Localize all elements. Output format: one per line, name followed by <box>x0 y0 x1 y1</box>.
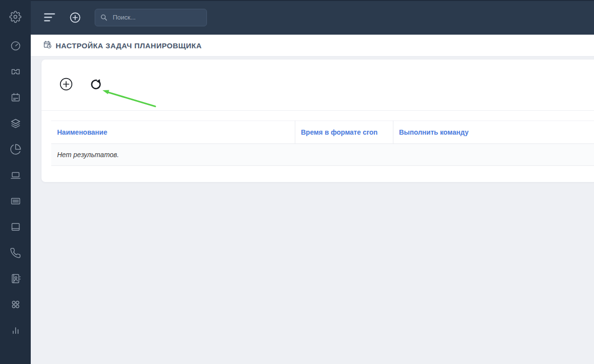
journal-icon <box>10 221 21 235</box>
sidebar-item-layers[interactable] <box>9 118 22 131</box>
card-toolbar <box>41 60 594 111</box>
barcode-icon <box>10 195 21 209</box>
gear-icon <box>9 11 21 25</box>
ticket-icon <box>10 66 21 80</box>
sidebar-item-reports[interactable] <box>9 144 22 157</box>
column-header-name[interactable]: Наименование <box>51 121 295 144</box>
address-book-icon <box>10 273 21 286</box>
sidebar-item-apps[interactable] <box>9 299 22 312</box>
scheduler-card: Наименование Время в формате cron Выполн… <box>41 60 594 182</box>
pie-chart-icon <box>10 143 21 157</box>
add-task-button[interactable] <box>59 78 73 92</box>
annotation-arrow <box>99 88 160 111</box>
tasks-table-wrap: Наименование Время в формате cron Выполн… <box>41 111 594 166</box>
sidebar-item-dashboard[interactable] <box>9 40 22 53</box>
speedometer-icon <box>10 40 21 54</box>
calendar-clock-icon <box>43 40 52 51</box>
sidebar <box>0 0 31 364</box>
laptop-icon <box>10 169 21 183</box>
sidebar-item-statistics[interactable] <box>9 325 22 338</box>
sidebar-item-devices[interactable] <box>9 170 22 182</box>
table-empty-row: Нет результатов. <box>51 144 594 166</box>
sidebar-item-barcode[interactable] <box>9 196 22 208</box>
plus-circle-icon[interactable] <box>69 12 81 23</box>
page-title: НАСТРОЙКА ЗАДАЧ ПЛАНИРОВЩИКА <box>56 41 202 50</box>
hamburger-menu-icon[interactable] <box>43 12 55 23</box>
topbar <box>31 0 594 35</box>
sidebar-item-tickets[interactable] <box>9 66 22 79</box>
phone-icon <box>10 247 21 261</box>
tasks-table: Наименование Время в формате cron Выполн… <box>51 121 594 166</box>
app-grid-icon <box>10 299 21 312</box>
refresh-button[interactable] <box>89 78 102 92</box>
sidebar-item-telephony[interactable] <box>9 247 22 260</box>
sidebar-item-contacts[interactable] <box>9 273 22 286</box>
bar-chart-icon <box>10 324 21 338</box>
refresh-icon <box>89 78 102 93</box>
empty-results-message: Нет результатов. <box>51 144 594 166</box>
page-header: НАСТРОЙКА ЗАДАЧ ПЛАНИРОВЩИКА <box>31 35 594 57</box>
search-input[interactable] <box>95 9 207 26</box>
table-header-row: Наименование Время в формате cron Выполн… <box>51 121 594 144</box>
column-header-cron-time[interactable]: Время в формате cron <box>295 121 393 144</box>
sidebar-item-calendar[interactable] <box>9 92 22 105</box>
calendar-icon <box>10 92 21 105</box>
sidebar-item-settings[interactable] <box>9 11 22 24</box>
plus-circle-icon <box>60 78 73 93</box>
search-box <box>95 9 207 26</box>
layers-icon <box>10 118 21 131</box>
column-header-command[interactable]: Выполнить команду <box>393 121 594 144</box>
sidebar-item-journal[interactable] <box>9 222 22 234</box>
